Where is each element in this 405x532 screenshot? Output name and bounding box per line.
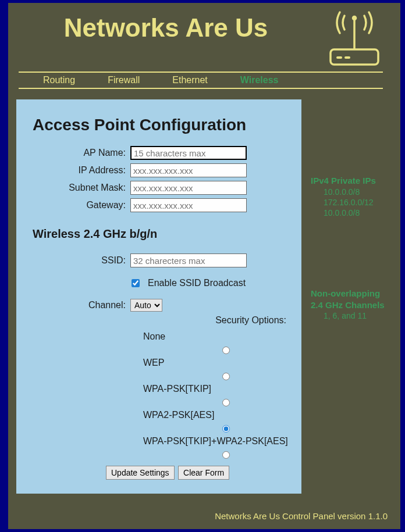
footer-version: Networks Are Us Control Panel version 1.… [215,511,388,521]
security-wpa2-aes-radio[interactable] [222,425,230,433]
nav-ethernet[interactable]: Ethernet [172,75,207,85]
ap-name-label: AP Name: [33,148,130,158]
router-icon [324,3,389,72]
app-container: Networks Are Us Routing Firewall [8,3,400,529]
gateway-label: Gateway: [33,200,130,210]
ssid-broadcast-checkbox[interactable] [132,279,140,287]
channel-label: Channel: [33,300,130,310]
nav-wireless[interactable]: Wireless [240,75,279,85]
security-wep-label: WEP [143,358,291,368]
ipv4-title: IPv4 Private IPs [311,175,385,187]
ipv4-line-2: 10.0.0.0/8 [311,208,385,218]
content-area: Access Point Configuration AP Name: IP A… [8,89,400,499]
security-header: Security Options: [33,315,286,326]
security-mixed-radio[interactable] [222,451,230,459]
ip-address-label: IP Address: [33,165,130,176]
security-wpa-tkip-label: WPA-PSK[TKIP] [143,384,291,394]
nav-routing[interactable]: Routing [43,75,75,85]
ipv4-line-0: 10.0.0.0/8 [311,187,385,197]
security-mixed-label: WPA-PSK[TKIP]+WPA2-PSK[AES] [143,436,291,447]
security-options: None WEP WPA-PSK[TKIP] WPA2-PSK[AES] WPA… [143,331,291,459]
channel-select[interactable]: Auto [130,299,162,312]
ip-address-input[interactable] [130,163,247,177]
security-none-radio[interactable] [222,347,230,354]
gateway-input[interactable] [130,198,247,212]
security-wpa-tkip-radio[interactable] [222,399,230,406]
channels-title-1: Non-overlapping [311,288,385,299]
ipv4-line-1: 172.16.0.0/12 [311,197,385,208]
channels-title-2: 2.4 GHz Channels [311,299,385,311]
panel-title: Access Point Configuration [33,116,291,134]
ap-name-input[interactable] [130,146,247,160]
svg-point-1 [353,17,356,20]
security-wpa2-aes-label: WPA2-PSK[AES] [143,410,291,420]
nav-firewall[interactable]: Firewall [108,75,140,85]
security-none-label: None [143,331,291,342]
ssid-broadcast-label: Enable SSID Broadcast [148,278,246,288]
nav-bar: Routing Firewall Ethernet Wireless [19,72,383,89]
subnet-mask-label: Subnet Mask: [33,183,130,193]
update-button[interactable]: Update Settings [106,466,175,480]
config-panel: Access Point Configuration AP Name: IP A… [16,99,301,494]
channels-line-0: 1, 6, and 11 [311,310,385,321]
header: Networks Are Us [8,3,400,72]
channels-info-block: Non-overlapping 2.4 GHz Channels 1, 6, a… [311,288,385,321]
clear-button[interactable]: Clear Form [178,466,229,480]
subnet-mask-input[interactable] [130,181,247,195]
ssid-input[interactable] [130,253,247,267]
wireless-section-title: Wireless 2.4 GHz b/g/n [33,227,291,241]
ipv4-info-block: IPv4 Private IPs 10.0.0.0/8 172.16.0.0/1… [311,175,385,218]
app-title: Networks Are Us [8,3,324,72]
sidebar: IPv4 Private IPs 10.0.0.0/8 172.16.0.0/1… [301,99,385,494]
security-wep-radio[interactable] [222,373,230,380]
ssid-label: SSID: [33,255,130,266]
